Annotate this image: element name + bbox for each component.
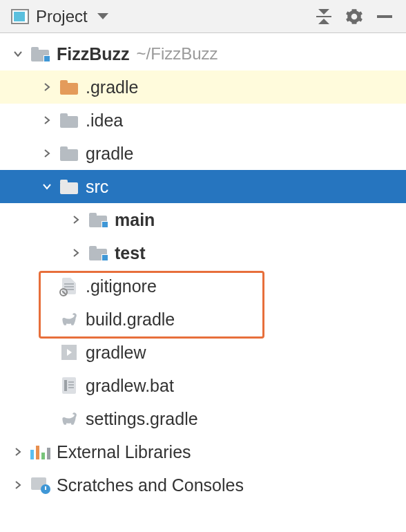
tree-item-gitignore[interactable]: .gitignore [0,269,406,303]
tree-label: FizzBuzz [57,44,130,64]
minimize-icon [377,15,392,18]
tree-item-build-gradle[interactable]: build.gradle [0,303,406,336]
chevron-down-icon[interactable] [39,178,55,195]
chevron-right-icon[interactable] [39,79,55,95]
chevron-right-icon[interactable] [39,145,55,162]
folder-icon [59,145,79,162]
tree-item-gradlew[interactable]: gradlew [0,336,406,369]
chevron-right-icon[interactable] [68,211,84,228]
settings-button[interactable] [342,5,366,28]
tree-item-gradle-dot[interactable]: .gradle [0,70,406,104]
collapse-icon [316,9,331,24]
chevron-right-icon[interactable] [10,444,26,460]
folder-icon [59,79,79,95]
tree-label: build.gradle [86,310,175,330]
tree-item-root[interactable]: FizzBuzz ~/FizzBuzz [0,37,406,70]
module-folder-icon [88,211,108,228]
folder-icon [59,112,79,129]
tree-label: gradle [86,144,134,164]
libraries-icon [30,444,50,460]
file-ignored-icon [59,278,79,294]
tree-item-scratches[interactable]: Scratches and Consoles [0,468,406,502]
toolbar: Project [0,0,406,33]
chevron-right-icon[interactable] [68,245,84,261]
tree-label: Scratches and Consoles [57,475,244,495]
tree-label: .gradle [86,77,138,97]
project-tree[interactable]: FizzBuzz ~/FizzBuzz .gradle .idea gradle… [0,33,406,502]
tree-label: src [86,177,108,197]
scratches-icon [30,477,50,493]
minimize-button[interactable] [373,5,396,28]
tree-item-idea[interactable]: .idea [0,104,406,137]
folder-icon [59,178,79,195]
tree-item-gradlew-bat[interactable]: gradlew.bat [0,369,406,402]
tree-item-gradle[interactable]: gradle [0,137,406,170]
batch-file-icon [59,377,79,394]
tree-item-test[interactable]: test [0,236,406,269]
tree-label: settings.gradle [86,409,198,429]
tree-item-src[interactable]: src [0,170,406,203]
chevron-down-icon[interactable] [10,46,26,62]
tree-label: External Libraries [57,442,191,462]
chevron-right-icon[interactable] [10,477,26,493]
gear-icon [345,8,363,26]
tree-item-settings-gradle[interactable]: settings.gradle [0,402,406,435]
chevron-right-icon[interactable] [39,112,55,129]
tree-path: ~/FizzBuzz [137,44,218,64]
gradle-file-icon [59,410,79,427]
dropdown-arrow-icon[interactable] [97,13,108,19]
collapse-all-button[interactable] [312,5,336,28]
tree-label: .gitignore [86,276,157,296]
tree-item-external-libraries[interactable]: External Libraries [0,435,406,468]
tree-label: main [115,210,155,230]
view-selector-label[interactable]: Project [36,7,88,26]
tree-label: gradlew.bat [86,376,174,396]
shell-script-icon [59,344,79,361]
tree-label: test [115,243,145,263]
tree-item-main[interactable]: main [0,203,406,236]
tree-label: .idea [86,111,123,131]
module-folder-icon [88,245,108,261]
gradle-file-icon [59,311,79,327]
project-view-icon [11,9,29,24]
module-folder-icon [30,46,50,62]
tree-label: gradlew [86,343,146,363]
